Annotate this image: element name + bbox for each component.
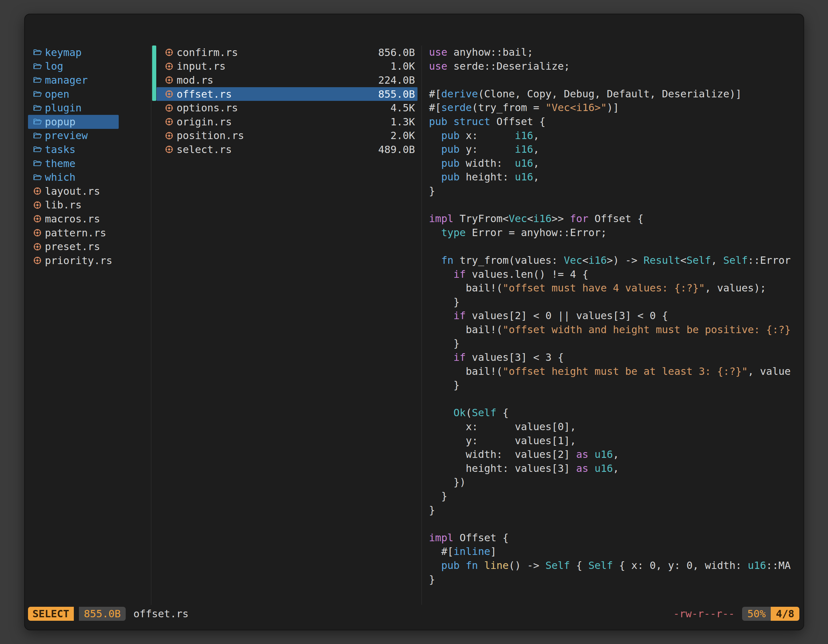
folder-open-icon (33, 104, 42, 112)
sidebar-item-popup[interactable]: popup (28, 115, 119, 129)
code-line (429, 517, 802, 531)
sidebar-item-label: popup (45, 116, 75, 128)
code-line (429, 73, 802, 87)
sidebar-item-tasks[interactable]: tasks (28, 143, 119, 157)
sidebar-item-label: keymap (45, 47, 82, 58)
file-size: 224.0B (378, 74, 415, 86)
sidebar-item-open[interactable]: open (28, 87, 119, 101)
sidebar-item-pattern-rs[interactable]: pattern.rs (28, 226, 119, 240)
sidebar-item-keymap[interactable]: keymap (28, 45, 119, 60)
file-row-mod-rs[interactable]: mod.rs224.0B (157, 73, 417, 87)
sidebar-list: keymaplogmanageropenpluginpopuppreviewta… (28, 45, 119, 268)
filelist-scrollbar[interactable] (152, 45, 156, 101)
rust-file-icon (165, 62, 173, 71)
rust-file-icon (33, 256, 42, 265)
file-name: origin.rs (177, 116, 390, 128)
sidebar-item-label: theme (45, 158, 75, 169)
sidebar-item-label: manager (45, 74, 88, 86)
code-line: } (429, 573, 802, 587)
rust-file-icon (33, 215, 42, 223)
sidebar-item-plugin[interactable]: plugin (28, 101, 119, 115)
sidebar-item-theme[interactable]: theme (28, 157, 119, 171)
position-badge: 4/8 (771, 607, 799, 621)
code-preview: use anyhow::bail;use serde::Deserialize;… (429, 45, 802, 591)
file-size: 489.0B (378, 144, 415, 155)
code-line: type Error = anyhow::Error; (429, 226, 802, 240)
code-line (429, 198, 802, 212)
sidebar-item-label: open (45, 88, 69, 100)
rust-file-icon (33, 201, 42, 209)
file-row-input-rs[interactable]: input.rs1.0K (157, 60, 417, 74)
file-name: input.rs (177, 60, 390, 72)
sidebar-item-label: lib.rs (45, 199, 82, 211)
folder-open-icon (33, 76, 42, 84)
sidebar-item-label: tasks (45, 144, 75, 155)
code-line: Ok(Self { (429, 406, 802, 420)
code-line: fn try_from(values: Vec<i16>) -> Result<… (429, 254, 802, 268)
size-badge: 855.0B (79, 607, 126, 621)
code-line: height: values[3] as u16, (429, 462, 802, 476)
rust-file-icon (165, 76, 173, 84)
file-size: 4.5K (390, 102, 415, 114)
file-row-options-rs[interactable]: options.rs4.5K (157, 101, 417, 115)
file-row-offset-rs[interactable]: offset.rs855.0B (157, 87, 417, 101)
sidebar-item-label: layout.rs (45, 185, 100, 197)
status-filename: offset.rs (133, 608, 188, 620)
status-bar: SELECT 855.0B offset.rs -rw-r--r-- 50% 4… (28, 607, 799, 621)
file-row-position-rs[interactable]: position.rs2.0K (157, 129, 417, 143)
code-line: } (429, 295, 802, 309)
code-line: width: values[2] as u16, (429, 448, 802, 462)
file-size: 855.0B (378, 88, 415, 100)
rust-file-icon (165, 118, 173, 126)
code-line: pub height: u16, (429, 170, 802, 184)
code-line: } (429, 337, 802, 351)
file-row-origin-rs[interactable]: origin.rs1.3K (157, 115, 417, 129)
sidebar-item-macros-rs[interactable]: macros.rs (28, 212, 119, 226)
code-line (429, 392, 802, 406)
sidebar-item-label: which (45, 171, 75, 183)
sidebar-item-label: macros.rs (45, 213, 100, 225)
rust-file-icon (165, 145, 173, 154)
file-name: confirm.rs (177, 47, 378, 58)
file-row-confirm-rs[interactable]: confirm.rs856.0B (157, 45, 417, 60)
sidebar-item-preset-rs[interactable]: preset.rs (28, 240, 119, 254)
sidebar-item-priority-rs[interactable]: priority.rs (28, 254, 119, 268)
code-line: } (429, 503, 802, 517)
code-line: bail!("offset must have 4 values: {:?}",… (429, 281, 802, 295)
rust-file-icon (165, 132, 173, 140)
code-line: bail!("offset height must be at least 3:… (429, 365, 802, 379)
file-list: confirm.rs856.0Binput.rs1.0Kmod.rs224.0B… (157, 45, 417, 157)
sidebar-item-lib-rs[interactable]: lib.rs (28, 198, 119, 212)
folder-open-icon (33, 159, 42, 168)
file-name: offset.rs (177, 88, 378, 100)
percent-badge: 50% (742, 607, 771, 621)
file-size: 856.0B (378, 47, 415, 58)
sidebar-item-label: plugin (45, 102, 82, 114)
sidebar-item-label: preview (45, 130, 88, 142)
sidebar-item-manager[interactable]: manager (28, 73, 119, 87)
file-row-select-rs[interactable]: select.rs489.0B (157, 143, 417, 157)
code-line: x: values[0], (429, 420, 802, 434)
code-line: if values.len() != 4 { (429, 268, 802, 282)
sidebar-item-preview[interactable]: preview (28, 129, 119, 143)
code-line: pub y: i16, (429, 143, 802, 157)
file-name: select.rs (177, 144, 378, 155)
code-line: pub struct Offset { (429, 115, 802, 129)
rust-file-icon (33, 187, 42, 195)
rust-file-icon (165, 104, 173, 112)
sidebar-item-which[interactable]: which (28, 170, 119, 184)
sidebar-item-log[interactable]: log (28, 60, 119, 74)
code-line: impl Offset { (429, 531, 802, 545)
file-manager-window: keymaplogmanageropenpluginpopuppreviewta… (25, 14, 803, 630)
sidebar-item-label: priority.rs (45, 255, 112, 266)
folder-open-icon (33, 62, 42, 71)
code-line: use serde::Deserialize; (429, 60, 802, 74)
code-line: } (429, 378, 802, 392)
file-size: 1.0K (390, 60, 415, 72)
file-name: position.rs (177, 130, 390, 142)
folder-open-icon (33, 118, 42, 126)
mode-badge: SELECT (28, 607, 74, 621)
code-line: impl TryFrom<Vec<i16>> for Offset { (429, 212, 802, 226)
folder-open-icon (33, 145, 42, 154)
sidebar-item-layout-rs[interactable]: layout.rs (28, 184, 119, 198)
